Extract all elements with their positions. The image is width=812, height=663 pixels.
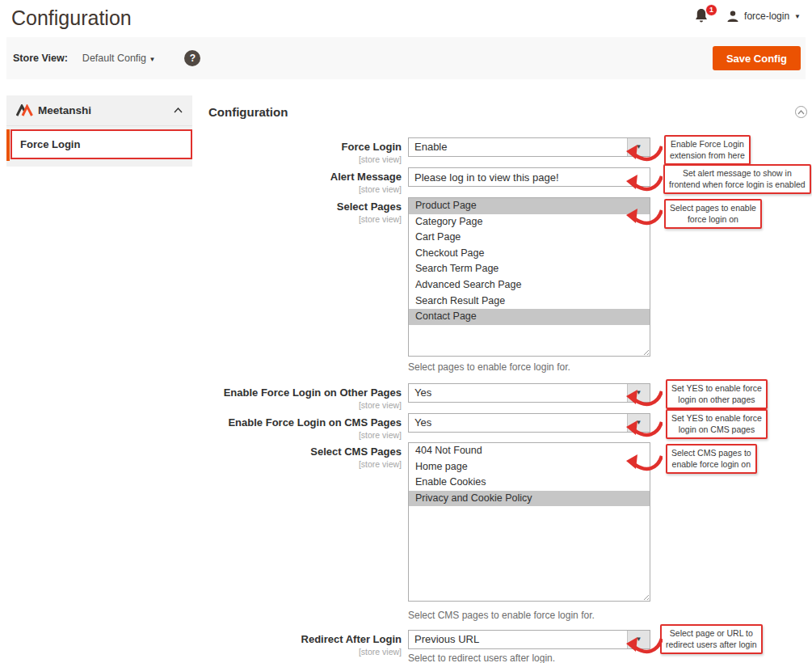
main-content: Configuration Force Login [store view] E… (208, 95, 812, 663)
scope-label: [store view] (208, 400, 402, 410)
field-label-select-pages: Select Pages [store view] (208, 199, 402, 224)
option-checkout-page[interactable]: Checkout Page (409, 246, 650, 262)
sidebar-item-label[interactable]: Force Login (11, 129, 192, 159)
callout-arrow-icon (625, 140, 663, 163)
callout-select-cms-pages: Select CMS pages toenable force login on (666, 444, 757, 474)
resize-handle[interactable] (642, 348, 649, 355)
save-config-button[interactable]: Save Config (713, 46, 801, 70)
store-view-toolbar: Store View: Default Config ▼ ? Save Conf… (6, 37, 806, 79)
option-privacy-cookie-policy[interactable]: Privacy and Cookie Policy (409, 491, 650, 507)
callout-redirect: Select page or URL toredirect users afte… (660, 624, 763, 654)
select-value: Yes (414, 384, 431, 402)
option-search-result-page[interactable]: Search Result Page (409, 293, 650, 310)
select-pages-multiselect[interactable]: Product Page Category Page Cart Page Che… (408, 197, 650, 357)
callout-arrow-icon (625, 385, 663, 408)
redirect-after-login-select[interactable]: Previous URL ▼ (408, 630, 650, 649)
config-section-title: Configuration (208, 105, 288, 119)
callout-alert-message: Set alert message to show infrontend whe… (663, 164, 811, 194)
callout-other-pages: Set YES to enable forcelogin on other pa… (666, 379, 768, 409)
option-contact-page[interactable]: Contact Page (409, 309, 650, 325)
scope-label: [store view] (208, 214, 402, 224)
option-enable-cookies[interactable]: Enable Cookies (409, 475, 650, 491)
alert-message-input[interactable] (408, 167, 650, 187)
page-header: Configuration 1 force-login ▼ (0, 0, 812, 37)
chevron-down-icon: ▼ (794, 13, 801, 20)
option-home-page[interactable]: Home page (409, 459, 650, 475)
chevron-up-icon (174, 108, 183, 113)
callout-arrow-icon (625, 170, 663, 192)
callout-force-login: Enable Force Loginextension from here (664, 135, 751, 165)
meetanshi-logo-icon (16, 104, 33, 116)
sidebar-item-force-login[interactable]: Force Login (6, 129, 192, 159)
field-label-alert-message: Alert Message [store view] (208, 169, 402, 194)
option-advanced-search-page[interactable]: Advanced Search Page (409, 277, 650, 293)
select-value: Enable (414, 138, 447, 156)
field-label-cms-pages: Enable Force Login on CMS Pages [store v… (208, 415, 402, 440)
option-product-page[interactable]: Product Page (409, 198, 650, 214)
collapse-section-button[interactable] (795, 106, 807, 118)
sidebar-section-title: Meetanshi (38, 104, 91, 116)
user-menu[interactable]: force-login ▼ (726, 10, 801, 23)
scope-label: [store view] (208, 459, 402, 469)
select-value: Previous URL (414, 631, 479, 648)
select-value: Yes (414, 414, 431, 432)
callout-arrow-icon (625, 416, 663, 438)
scope-label: [store view] (208, 430, 402, 440)
callout-select-pages: Select pages to enableforce login on (664, 199, 762, 229)
option-search-term-page[interactable]: Search Term Page (409, 261, 650, 277)
resize-handle[interactable] (642, 593, 649, 600)
active-item-accent-bar (6, 129, 10, 161)
header-actions: 1 force-login ▼ (694, 8, 801, 24)
option-404-not-found[interactable]: 404 Not Found (409, 443, 650, 459)
scope-label: [store view] (208, 647, 402, 657)
scope-label: [store view] (208, 184, 402, 194)
notifications-button[interactable]: 1 (694, 8, 710, 24)
sidebar-section-meetanshi[interactable]: Meetanshi (6, 95, 192, 126)
chevron-down-icon: ▼ (149, 56, 156, 63)
field-label-redirect-after-login: Redirect After Login [store view] (208, 631, 402, 657)
store-view-dropdown[interactable]: Default Config ▼ (82, 53, 156, 64)
help-icon[interactable]: ? (184, 50, 200, 66)
field-label-force-login: Force Login [store view] (208, 139, 402, 164)
page-title: Configuration (11, 6, 132, 30)
store-view-label: Store View: (13, 53, 68, 64)
notification-badge: 1 (705, 4, 717, 16)
callout-cms-pages: Set YES to enable forcelogin on CMS page… (666, 409, 768, 439)
other-pages-select[interactable]: Yes ▼ (408, 383, 650, 403)
callout-arrow-icon (625, 450, 663, 472)
redirect-note: Select to redirect users after login. (408, 652, 555, 663)
option-category-page[interactable]: Category Page (409, 214, 650, 230)
username-label: force-login (744, 11, 789, 22)
chevron-up-icon (797, 110, 805, 115)
force-login-select[interactable]: Enable ▼ (408, 137, 650, 157)
sidebar-body: Force Login (6, 126, 192, 167)
callout-arrow-icon (625, 632, 663, 655)
sidebar: Meetanshi Force Login (6, 95, 192, 167)
callout-arrow-icon (625, 204, 663, 226)
select-cms-pages-multiselect[interactable]: 404 Not Found Home page Enable Cookies P… (408, 442, 650, 602)
field-label-select-cms-pages: Select CMS Pages [store view] (208, 444, 402, 469)
user-icon (726, 10, 739, 23)
field-label-other-pages: Enable Force Login on Other Pages [store… (208, 385, 402, 410)
select-pages-note: Select pages to enable force login for. (408, 361, 570, 373)
option-cart-page[interactable]: Cart Page (409, 230, 650, 246)
store-view-value: Default Config (82, 53, 146, 64)
cms-pages-select[interactable]: Yes ▼ (408, 413, 650, 433)
store-view-switcher: Store View: Default Config ▼ ? (13, 37, 200, 79)
scope-label: [store view] (208, 154, 402, 164)
select-cms-pages-note: Select CMS pages to enable force login f… (408, 610, 595, 621)
